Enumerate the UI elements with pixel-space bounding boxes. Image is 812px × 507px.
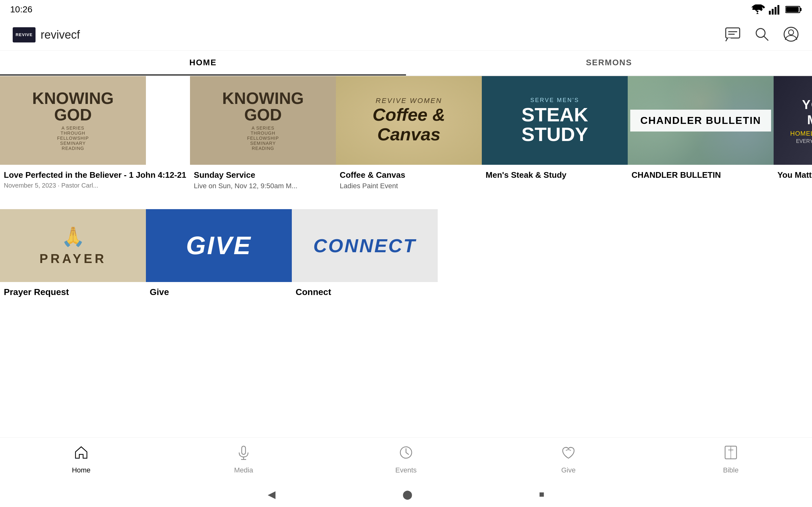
tab-sermons[interactable]: SERMONS [406,51,812,75]
card-title-steak: Men's Steak & Study [486,170,624,181]
action-title-connect: Connect [296,287,434,297]
action-cards-row: 🙏 PRAYER Prayer Request GIVE Give CONNEC… [0,209,812,323]
card-title-coffee: Coffee & Canvas [340,170,478,181]
bible-icon [723,445,739,464]
bottom-nav-bible[interactable]: Bible [699,445,763,474]
bottom-nav-home[interactable]: Home [49,445,113,474]
chat-icon[interactable] [724,26,741,44]
card-thumbnail-coffee: REVIVE WOMEN Coffee &Canvas [336,76,482,165]
card-thumbnail-chandler: CHANDLER BULLETIN [628,76,774,165]
action-thumbnail-prayer: 🙏 PRAYER [0,209,146,282]
android-recents-button[interactable]: ■ [539,489,545,499]
nav-tabs: HOME SERMONS [0,51,812,76]
card-knowing-god-2[interactable]: KNOWINGGOD A SERIESTHROUGHFELLOWSHIPSEMI… [190,76,336,209]
svg-rect-15 [242,446,246,454]
home-icon [73,445,89,464]
svg-rect-0 [769,11,771,14]
signal-icon [769,4,781,14]
bottom-nav-home-label: Home [72,466,91,474]
search-icon[interactable] [754,26,770,44]
status-bar: 10:26 [0,0,812,19]
bottom-nav-events-label: Events [395,466,416,474]
svg-rect-3 [777,5,779,14]
bottom-nav-media-label: Media [234,466,253,474]
app-name: revivecf [41,28,80,42]
card-knowing-god-1[interactable]: KNOWINGGOD A SERIESTHROUGHFELLOWSHIPSEMI… [0,76,190,209]
svg-rect-6 [786,7,799,12]
status-icons [750,4,802,14]
give-icon [561,445,576,464]
android-nav: ◀ ⬤ ■ [0,482,812,507]
app-logo-area: REVIVE revivecf [13,27,80,43]
events-icon [398,445,414,464]
media-icon [236,445,251,464]
svg-point-14 [789,30,794,35]
card-thumbnail-steak: SERVE MEN'S STEAKSTUDY [482,76,628,165]
logo-text: REVIVE [15,32,33,37]
action-thumbnail-give: GIVE [146,209,292,282]
card-thumbnail-knowing-god-1: KNOWINGGOD A SERIESTHROUGHFELLOWSHIPSEMI… [0,76,146,165]
card-steak-study[interactable]: SERVE MEN'S STEAKSTUDY Men's Steak & Stu… [482,76,628,209]
card-meta-knowing-god-1: November 5, 2023 · Pastor Carl... [4,182,186,189]
card-subtitle-knowing-god-2: Live on Sun, Nov 12, 9:50am M... [194,182,332,190]
card-coffee-canvas[interactable]: REVIVE WOMEN Coffee &Canvas Coffee & Can… [336,76,482,209]
bottom-nav-give-label: Give [561,466,575,474]
media-cards-row: KNOWINGGOD A SERIESTHROUGHFELLOWSHIPSEMI… [0,76,812,209]
bottom-nav-events[interactable]: Events [374,445,438,474]
bottom-nav: Home Media Events [0,437,812,482]
action-title-give: Give [150,287,288,297]
profile-icon[interactable] [783,26,799,44]
svg-rect-7 [726,28,740,38]
app-header: REVIVE revivecf [0,19,812,51]
app-logo: REVIVE [13,27,36,43]
android-back-button[interactable]: ◀ [268,488,275,500]
svg-line-12 [764,36,768,41]
bottom-nav-give[interactable]: Give [537,445,600,474]
card-you-matter[interactable]: YOU MATTERMINISTRIES HOMELESS OUTREACH M… [774,76,812,209]
card-title-knowing-god-1: Love Perfected in the Believer - 1 John … [4,170,186,181]
bottom-nav-bible-label: Bible [723,466,739,474]
svg-rect-1 [772,9,774,14]
action-thumbnail-connect: CONNECT [292,209,438,282]
card-title-youmatter: You Matter Ministries [777,170,812,181]
status-time: 10:26 [10,4,32,14]
android-home-button[interactable]: ⬤ [403,489,412,500]
svg-point-11 [756,29,765,38]
svg-rect-5 [800,8,802,11]
action-card-give[interactable]: GIVE Give [146,209,292,323]
action-card-prayer[interactable]: 🙏 PRAYER Prayer Request [0,209,146,323]
action-card-connect[interactable]: CONNECT Connect [292,209,438,323]
bottom-nav-media[interactable]: Media [212,445,275,474]
svg-rect-2 [774,7,776,14]
svg-point-13 [784,27,798,41]
battery-icon [785,5,802,14]
card-thumbnail-youmatter: YOU MATTERMINISTRIES HOMELESS OUTREACH M… [774,76,812,165]
tab-home[interactable]: HOME [0,51,406,75]
action-title-prayer: Prayer Request [4,287,142,297]
card-subtitle-coffee: Ladies Paint Event [340,182,478,190]
card-chandler-bulletin[interactable]: CHANDLER BULLETIN CHANDLER BULLETIN [628,76,774,209]
header-actions [724,26,799,44]
wifi-icon [750,4,765,14]
card-thumbnail-knowing-god-2: KNOWINGGOD A SERIESTHROUGHFELLOWSHIPSEMI… [190,76,336,165]
svg-rect-8 [728,38,731,41]
card-title-chandler: CHANDLER BULLETIN [631,170,770,181]
card-title-knowing-god-2: Sunday Service [194,170,332,181]
